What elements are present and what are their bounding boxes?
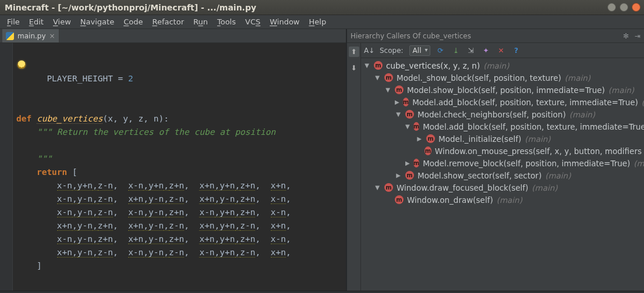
node-signature: Model.show_sector(self, sector) xyxy=(417,171,542,180)
autoscroll-icon[interactable]: ⤓ xyxy=(451,46,461,55)
editor-tabs: main.py × xyxy=(0,29,346,43)
expand-icon[interactable]: ▼ xyxy=(405,123,410,130)
hierarchy-node[interactable]: ▶mModel._initialize(self) (main) xyxy=(361,133,644,145)
node-signature: Window.on_mouse_press(self, x, y, button… xyxy=(435,146,642,156)
node-signature: Window.on_draw(self) xyxy=(407,195,493,205)
method-icon: m xyxy=(413,122,419,131)
menu-tools[interactable]: Tools xyxy=(214,16,239,27)
menu-navigate[interactable]: Navigate xyxy=(77,16,118,27)
hierarchy-vertical-toolbar: ⬆ ⬇ xyxy=(347,43,361,291)
node-context: (m xyxy=(642,98,644,107)
close-hierarchy-icon[interactable]: ✕ xyxy=(497,46,506,55)
status-bar xyxy=(0,291,644,293)
menu-help[interactable]: Help xyxy=(306,16,330,27)
expand-icon[interactable]: ▶ xyxy=(405,160,410,166)
node-context: (main) xyxy=(483,61,509,70)
hide-panel-icon[interactable]: ⇥ xyxy=(635,32,641,40)
hierarchy-toolbar: A↓ Scope: All ⟳ ⤓ ⇲ ✦ ✕ ? xyxy=(361,43,644,58)
node-context: (main) xyxy=(565,73,590,83)
main-split: main.py × PLAYER_HEIGHT = 2 def cube_ver… xyxy=(0,29,644,291)
node-signature: Model._show_block(self, position, textur… xyxy=(397,73,561,83)
method-icon: m xyxy=(384,73,393,82)
editor-body: PLAYER_HEIGHT = 2 def cube_vertices(x, y… xyxy=(0,43,346,291)
node-context: (main) xyxy=(497,195,522,205)
expand-icon[interactable]: ▼ xyxy=(395,111,402,117)
node-context: (m xyxy=(634,159,644,168)
pin-icon[interactable]: ✦ xyxy=(482,46,491,55)
code-area[interactable]: PLAYER_HEIGHT = 2 def cube_vertices(x, y… xyxy=(13,43,346,291)
node-signature: Window.draw_focused_block(self) xyxy=(397,183,528,192)
refresh-icon[interactable]: ⟳ xyxy=(436,46,445,55)
hierarchy-node[interactable]: ▼mcube_vertices(x, y, z, n) (main) xyxy=(361,59,644,72)
method-icon: m xyxy=(424,146,431,155)
tab-main-py[interactable]: main.py × xyxy=(2,29,59,42)
method-icon: m xyxy=(403,98,409,106)
hierarchy-node[interactable]: ▼mWindow.draw_focused_block(self) (main) xyxy=(361,181,644,194)
expand-icon[interactable] xyxy=(416,148,421,154)
node-signature: Model.remove_block(self, position, immed… xyxy=(423,159,630,168)
expand-icon[interactable]: ▶ xyxy=(416,135,423,142)
menu-window[interactable]: Window xyxy=(266,16,303,27)
node-signature: Model.check_neighbors(self, position) xyxy=(417,110,566,119)
menu-edit[interactable]: Edit xyxy=(26,16,47,27)
node-signature: cube_vertices(x, y, z, n) xyxy=(386,61,480,70)
titlebar: Minecraft - [~/work/pythonproj/Minecraft… xyxy=(0,0,644,15)
node-signature: Model.show_block(self, position, immedia… xyxy=(407,85,605,95)
hierarchy-node[interactable]: ▼mModel._show_block(self, position, text… xyxy=(361,72,644,84)
expand-icon[interactable]: ▼ xyxy=(363,62,370,69)
method-icon: m xyxy=(395,195,404,204)
minimize-button[interactable] xyxy=(607,3,616,12)
expand-icon[interactable]: ▶ xyxy=(395,99,399,105)
hierarchy-tree[interactable]: ▼mcube_vertices(x, y, z, n) (main)▼mMode… xyxy=(361,58,644,291)
maximize-button[interactable] xyxy=(620,3,628,12)
gear-icon[interactable]: ✻ xyxy=(623,32,629,40)
hierarchy-node[interactable]: ▶mModel.add_block(self, position, textur… xyxy=(361,96,644,108)
method-icon: m xyxy=(395,85,404,94)
caller-hierarchy-icon[interactable]: ⬆ xyxy=(349,47,359,57)
sort-alpha-icon[interactable]: A↓ xyxy=(365,46,374,55)
expand-icon[interactable]: ▼ xyxy=(374,74,381,81)
node-context: (main) xyxy=(525,134,550,144)
close-button[interactable] xyxy=(632,3,641,12)
expand-icon[interactable]: ▼ xyxy=(384,87,391,93)
menu-code[interactable]: Code xyxy=(120,16,146,27)
python-file-icon xyxy=(6,32,14,40)
window-title: Minecraft - [~/work/pythonproj/Minecraft… xyxy=(5,3,607,12)
method-icon: m xyxy=(426,134,435,143)
expand-icon[interactable]: ▶ xyxy=(395,172,402,178)
menu-file[interactable]: File xyxy=(3,16,23,27)
hierarchy-node[interactable]: ▼mModel.check_neighbors(self, position) … xyxy=(361,108,644,120)
hierarchy-node[interactable]: ▼mModel.show_block(self, position, immed… xyxy=(361,84,644,96)
hierarchy-node[interactable]: mWindow.on_draw(self) (main) xyxy=(361,194,644,206)
scope-label: Scope: xyxy=(380,47,404,55)
help-icon[interactable]: ? xyxy=(512,46,521,55)
method-icon: m xyxy=(384,183,393,192)
scope-dropdown[interactable]: All xyxy=(409,45,430,56)
intention-bulb-icon[interactable] xyxy=(17,60,26,69)
editor-gutter xyxy=(0,43,13,291)
tab-label: main.py xyxy=(17,32,46,40)
editor-pane: main.py × PLAYER_HEIGHT = 2 def cube_ver… xyxy=(0,29,347,291)
hierarchy-node[interactable]: ▼mModel.add_block(self, position, textur… xyxy=(361,120,644,133)
hierarchy-node[interactable]: ▶mModel.show_sector(self, sector) (main) xyxy=(361,169,644,181)
hierarchy-title: Hierarchy Callers Of cube_vertices xyxy=(351,32,471,40)
hierarchy-pane: Hierarchy Callers Of cube_vertices ✻ ⇥ ⬆… xyxy=(347,29,644,291)
menubar: File Edit View Navigate Code Refactor Ru… xyxy=(0,15,644,29)
hierarchy-node[interactable]: mWindow.on_mouse_press(self, x, y, butto… xyxy=(361,145,644,157)
menu-view[interactable]: View xyxy=(49,16,75,27)
node-signature: Model.add_block(self, position, texture,… xyxy=(423,122,644,131)
method-icon: m xyxy=(405,110,414,119)
tab-close-icon[interactable]: × xyxy=(49,32,55,40)
method-icon: m xyxy=(405,171,414,180)
callee-hierarchy-icon[interactable]: ⬇ xyxy=(349,63,359,73)
expand-icon[interactable] xyxy=(384,196,391,203)
menu-refactor[interactable]: Refactor xyxy=(148,16,187,27)
expand-all-icon[interactable]: ⇲ xyxy=(466,46,476,55)
node-context: (main) xyxy=(545,171,571,180)
node-context: (main) xyxy=(569,110,595,119)
hierarchy-node[interactable]: ▶mModel.remove_block(self, position, imm… xyxy=(361,157,644,169)
expand-icon[interactable]: ▼ xyxy=(374,184,381,191)
node-signature: Model._initialize(self) xyxy=(438,134,521,144)
menu-vcs[interactable]: VCS xyxy=(242,16,264,27)
menu-run[interactable]: Run xyxy=(190,16,211,27)
